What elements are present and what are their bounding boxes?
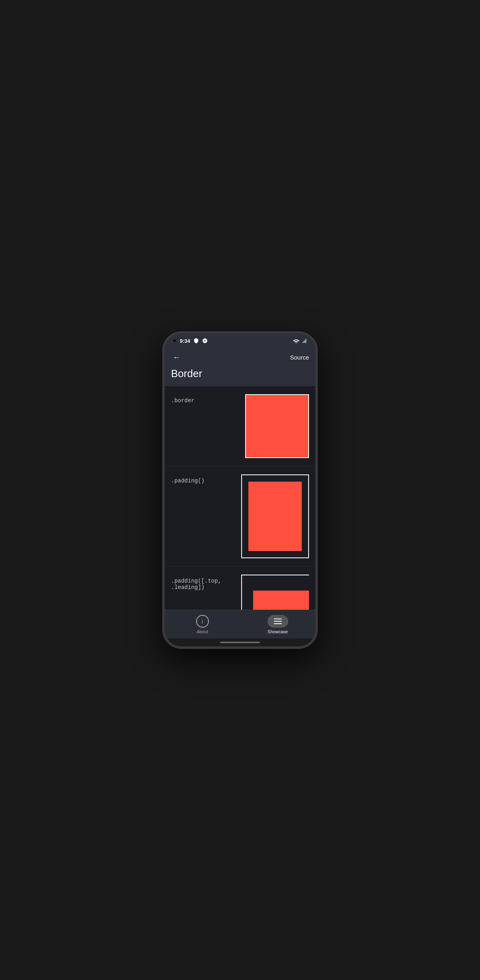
svg-rect-1 (274, 621, 282, 622)
demo-row-border: .border (165, 386, 315, 466)
box-padding-tl-outer (241, 575, 309, 610)
list-icon (274, 618, 282, 624)
demo-label-padding-tl: .padding([.top, .leading]) (171, 575, 235, 591)
bottom-nav: i About Showcase (165, 610, 315, 638)
demo-label-border: .border (171, 394, 195, 404)
svg-rect-0 (274, 618, 282, 619)
box-padding-tl-inner (253, 591, 309, 610)
showcase-icon (268, 615, 288, 628)
about-icon: i (196, 615, 209, 628)
source-button[interactable]: Source (290, 354, 309, 361)
page-title: Border (171, 366, 309, 381)
demo-row-padding-tl: .padding([.top, .leading]) (165, 567, 315, 610)
box-padding-inner (248, 482, 302, 551)
app-bar: ← Source Border (165, 348, 315, 386)
home-bar (220, 642, 260, 643)
shield-icon (193, 338, 199, 344)
svg-rect-2 (274, 623, 282, 624)
demo-row-padding: .padding() (165, 466, 315, 567)
signal-icon (302, 338, 307, 343)
nav-item-showcase[interactable]: Showcase (240, 612, 315, 637)
back-button[interactable]: ← (171, 351, 182, 364)
main-content: .border .padding() .padding([.top, .lead… (165, 386, 315, 610)
box-padding-outer (241, 474, 309, 558)
nav-label-showcase: Showcase (268, 629, 288, 634)
demo-visual-padding (241, 474, 309, 558)
app-bar-top: ← Source (171, 351, 309, 364)
status-bar: 9:34 (165, 334, 315, 348)
nav-item-about[interactable]: i About (165, 612, 240, 637)
nav-label-about: About (197, 629, 208, 634)
status-left: 9:34 (173, 338, 208, 344)
status-time: 9:34 (180, 338, 190, 344)
demo-visual-border (245, 394, 309, 458)
home-indicator (165, 638, 315, 646)
phone-shell: 9:34 ← Source Border (162, 331, 318, 649)
demo-visual-padding-tl (241, 575, 309, 610)
status-icons (293, 338, 307, 343)
face-icon (202, 338, 208, 344)
wifi-icon (293, 338, 299, 343)
demo-label-padding: .padding() (171, 474, 205, 484)
box-border (245, 394, 309, 458)
camera-dot (173, 339, 177, 343)
